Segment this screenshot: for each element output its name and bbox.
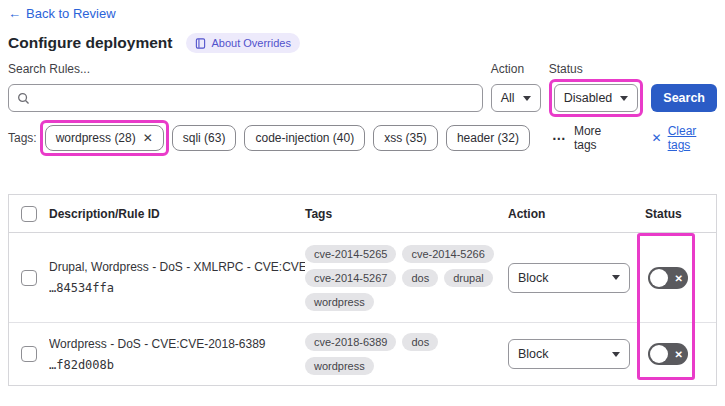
ellipsis-icon: ⋯ xyxy=(552,130,567,146)
rule-tag: dos xyxy=(402,269,438,287)
select-all-checkbox[interactable] xyxy=(21,206,37,222)
rules-table: Description/Rule ID Tags Action Status D… xyxy=(8,194,717,386)
rule-tag: cve-2014-5265 xyxy=(305,245,396,263)
rule-action-value: Block xyxy=(518,347,549,361)
status-column: Status Disabled xyxy=(549,62,644,112)
search-box xyxy=(8,84,483,112)
column-header-action: Action xyxy=(508,207,645,221)
tag-filter-label: wordpress (28) xyxy=(56,131,136,145)
rule-description: Drupal, Wordpress - DoS - XMLRPC - CVE:C… xyxy=(49,260,305,274)
rule-tag: cve-2018-6389 xyxy=(305,333,396,351)
table-row: Wordpress - DoS - CVE:CVE-2018-6389 …f82… xyxy=(9,323,716,385)
back-link-label: Back to Review xyxy=(26,6,116,21)
column-header-description: Description/Rule ID xyxy=(49,207,305,221)
tag-filter-label: code-injection (40) xyxy=(255,131,354,145)
tag-filter-label: xss (35) xyxy=(384,131,427,145)
search-rules-label: Search Rules... xyxy=(8,62,483,76)
chevron-down-icon xyxy=(620,96,628,101)
rule-tags: cve-2014-5265 cve-2014-5266 cve-2014-526… xyxy=(305,245,508,311)
tag-filter-wordpress[interactable]: wordpress (28) ✕ xyxy=(45,125,164,151)
highlight-selected-tag: wordpress (28) ✕ xyxy=(40,120,169,156)
search-icon xyxy=(17,92,30,105)
chevron-down-icon xyxy=(612,275,620,280)
rule-action-select[interactable]: Block xyxy=(508,263,630,293)
highlight-status-select: Disabled xyxy=(549,79,644,117)
rule-tag: wordpress xyxy=(305,293,374,311)
column-header-tags: Tags xyxy=(305,207,508,221)
chevron-down-icon xyxy=(612,352,620,357)
rule-tag: cve-2014-5267 xyxy=(305,269,396,287)
rule-id: …84534ffa xyxy=(49,281,305,295)
tag-filter-xss[interactable]: xss (35) xyxy=(373,125,438,151)
page-title: Configure deployment xyxy=(8,34,172,52)
tags-bar: Tags: wordpress (28) ✕ sqli (63) code-in… xyxy=(8,124,717,152)
action-column: Action All xyxy=(491,62,541,112)
search-button[interactable]: Search xyxy=(651,84,717,112)
title-row: Configure deployment About Overrides xyxy=(8,33,717,53)
back-to-review-link[interactable]: ← Back to Review xyxy=(8,6,116,21)
toggle-off-icon: ✕ xyxy=(675,349,683,360)
rule-tag: drupal xyxy=(444,269,493,287)
table-row: Drupal, Wordpress - DoS - XMLRPC - CVE:C… xyxy=(9,233,716,323)
rule-status-toggle[interactable]: ✕ xyxy=(648,343,688,365)
toggle-off-icon: ✕ xyxy=(675,272,683,283)
chevron-down-icon xyxy=(523,96,531,101)
tags-label: Tags: xyxy=(8,131,37,145)
action-label: Action xyxy=(491,62,541,76)
rule-action-value: Block xyxy=(518,271,549,285)
row-checkbox[interactable] xyxy=(21,270,37,286)
more-tags-button[interactable]: ⋯ More tags xyxy=(552,124,622,152)
tag-filter-code-injection[interactable]: code-injection (40) xyxy=(244,125,365,151)
clear-x-icon: ✕ xyxy=(652,131,662,145)
search-column: Search Rules... xyxy=(8,62,483,112)
clear-tags-label: Clear tags xyxy=(668,124,717,152)
configure-deployment-page: ← Back to Review Configure deployment Ab… xyxy=(0,0,725,406)
rule-description: Wordpress - DoS - CVE:CVE-2018-6389 xyxy=(49,337,305,351)
toggle-knob xyxy=(650,269,668,287)
rule-action-select[interactable]: Block xyxy=(508,339,630,369)
rule-tag: dos xyxy=(402,333,438,351)
rule-tag: wordpress xyxy=(305,357,374,375)
rule-tag: cve-2014-5266 xyxy=(402,245,493,263)
status-select[interactable]: Disabled xyxy=(554,84,639,112)
toggle-knob xyxy=(650,345,668,363)
rule-id: …f82d008b xyxy=(49,358,305,372)
action-select[interactable]: All xyxy=(491,84,541,112)
rule-tags: cve-2018-6389 dos wordpress xyxy=(305,333,508,375)
action-select-value: All xyxy=(501,91,515,105)
remove-tag-icon[interactable]: ✕ xyxy=(143,131,153,145)
column-header-status: Status xyxy=(645,207,716,221)
status-select-value: Disabled xyxy=(564,91,613,105)
tag-filter-sqli[interactable]: sqli (63) xyxy=(172,125,237,151)
tag-filter-header[interactable]: header (32) xyxy=(446,125,530,151)
table-header-row: Description/Rule ID Tags Action Status xyxy=(9,195,716,233)
search-rules-input[interactable] xyxy=(36,91,474,105)
more-tags-label: More tags xyxy=(574,124,622,152)
filter-row: Search Rules... Action All Status Disabl… xyxy=(8,62,717,112)
row-checkbox[interactable] xyxy=(21,346,37,362)
book-icon xyxy=(195,38,206,49)
about-overrides-badge[interactable]: About Overrides xyxy=(186,33,299,53)
tag-filter-label: sqli (63) xyxy=(183,131,226,145)
back-arrow-icon: ← xyxy=(8,6,21,21)
rule-status-toggle[interactable]: ✕ xyxy=(648,267,688,289)
tag-filter-label: header (32) xyxy=(457,131,519,145)
status-label: Status xyxy=(549,62,644,76)
badge-label: About Overrides xyxy=(211,37,290,49)
clear-tags-button[interactable]: ✕ Clear tags xyxy=(652,124,717,152)
